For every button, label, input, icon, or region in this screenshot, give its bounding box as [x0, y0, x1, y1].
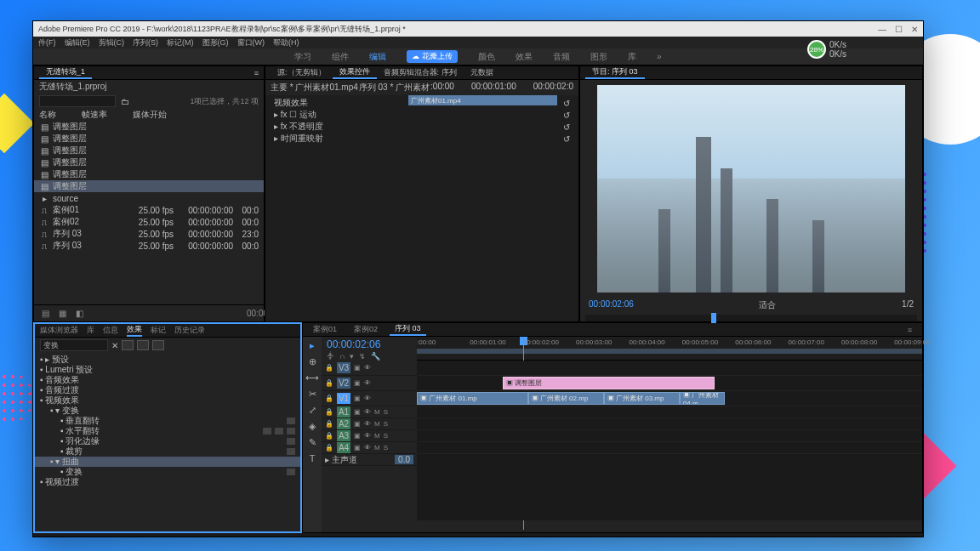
lock-icon[interactable]: 🔒 [325, 420, 333, 428]
link-icon[interactable]: ∩ [339, 352, 345, 361]
toggle-icon[interactable]: ▣ [354, 395, 361, 402]
effect-clip-bar[interactable]: 广州素材01.mp4 [408, 95, 557, 105]
tool-button[interactable]: ⟷ [305, 372, 319, 383]
tool-button[interactable]: ◈ [309, 421, 316, 432]
clear-search-icon[interactable]: ✕ [111, 341, 118, 350]
bin-icon[interactable]: 🗀 [121, 97, 129, 106]
track-lane[interactable] [417, 406, 922, 418]
lower-tab[interactable]: 效果 [127, 324, 142, 337]
lock-icon[interactable]: 🔒 [325, 444, 333, 452]
workspace-tab[interactable]: 颜色 [478, 51, 495, 63]
project-item[interactable]: ▤调整图层 [34, 145, 264, 156]
timeline-clip[interactable]: ▣ 广州素材 03.mp [604, 392, 680, 405]
menu-item[interactable]: 图形(G) [202, 37, 229, 48]
maximize-button[interactable]: ☐ [895, 25, 903, 34]
preset-box-icon[interactable] [122, 340, 134, 350]
tool-button[interactable]: T [310, 453, 316, 463]
eye-icon[interactable]: 👁 [364, 444, 371, 452]
column-header[interactable]: 媒体开始 [133, 109, 167, 121]
effect-row[interactable]: ▸ 时间重映射↺ [274, 133, 570, 145]
reset-icon[interactable]: ↺ [563, 134, 570, 144]
menu-item[interactable]: 序列(S) [133, 37, 158, 48]
icon-view-icon[interactable]: ▦ [56, 309, 68, 318]
tool-button[interactable]: ⤢ [309, 405, 316, 416]
project-tab[interactable]: 无缝转场_1 [39, 66, 92, 79]
reset-icon[interactable]: ↺ [563, 99, 570, 108]
column-header[interactable]: 名称 [39, 109, 56, 121]
minimize-button[interactable]: — [878, 25, 886, 34]
lower-tab[interactable]: 历史记录 [174, 325, 205, 336]
preset-box-icon[interactable] [137, 340, 149, 350]
master-track[interactable]: ▸ 主声道0.0 [322, 454, 417, 466]
menu-item[interactable]: 件(F) [38, 37, 56, 48]
settings-icon[interactable]: ↯ [359, 352, 366, 361]
column-header[interactable]: 帧速率 [82, 109, 107, 121]
lower-tab[interactable]: 媒体浏览器 [40, 325, 78, 336]
eye-icon[interactable]: 👁 [364, 395, 371, 402]
project-item[interactable]: ⎍序列 0325.00 fps00:00:00:0000:0 [34, 240, 264, 252]
timeline-clip[interactable]: ▣ 广州素材 04.m [680, 392, 725, 405]
track-lane[interactable] [417, 361, 922, 376]
menu-item[interactable]: 剪辑(C) [99, 37, 125, 48]
track-header[interactable]: 🔒A3▣👁MS [322, 430, 417, 442]
track-header[interactable]: 🔒V1▣👁 [322, 391, 417, 406]
project-item[interactable]: ▤调整图层 [34, 121, 264, 133]
track-lane[interactable] [417, 430, 922, 442]
workspace-tab[interactable]: 组件 [332, 51, 349, 63]
panel-menu-icon[interactable]: ≡ [254, 69, 259, 77]
marker-icon[interactable]: ▾ [350, 352, 354, 361]
toggle-icon[interactable]: ▣ [354, 364, 361, 372]
menu-item[interactable]: 窗口(W) [237, 37, 265, 48]
preset-box-icon[interactable] [152, 340, 164, 350]
track-lane[interactable] [417, 418, 922, 430]
source-tab[interactable]: 元数据 [464, 67, 500, 78]
track-header[interactable]: 🔒V2▣👁 [322, 376, 417, 391]
lock-icon[interactable]: 🔒 [325, 408, 333, 416]
program-tab[interactable]: 节目: 序列 03 [585, 66, 645, 79]
source-tab[interactable]: 音频剪辑混合器: 序列 [377, 67, 464, 78]
sequence-tab[interactable]: 案例01 [308, 324, 342, 335]
lower-tab[interactable]: 标记 [151, 325, 166, 336]
tool-button[interactable]: ✎ [309, 437, 316, 448]
snap-icon[interactable]: ⸎ [327, 352, 334, 361]
eye-icon[interactable]: 👁 [364, 420, 371, 428]
tool-button[interactable]: ⊕ [309, 356, 316, 367]
toggle-icon[interactable]: ▣ [354, 379, 361, 387]
panel-menu-icon[interactable]: ≡ [903, 326, 917, 334]
eye-icon[interactable]: 👁 [364, 379, 371, 387]
sequence-tab[interactable]: 案例02 [349, 324, 383, 335]
lower-tab[interactable]: 库 [87, 325, 94, 336]
program-fit[interactable]: 适合 [759, 299, 776, 311]
timeline-clip[interactable]: ▣ 调整图层 [503, 377, 715, 389]
lock-icon[interactable]: 🔒 [325, 395, 333, 402]
toggle-icon[interactable]: ▣ [354, 408, 361, 416]
track-lane[interactable]: ▣ 广州素材 01.mp▣ 广州素材 02.mp▣ 广州素材 03.mp▣ 广州… [417, 391, 922, 406]
lock-icon[interactable]: 🔒 [325, 432, 333, 440]
sequence-tab[interactable]: 序列 03 [390, 323, 426, 336]
track-header[interactable]: 🔒A1▣👁MS [322, 406, 417, 418]
project-item[interactable]: ⎍案例0225.00 fps00:00:00:0000:0 [34, 216, 264, 228]
cloud-upload[interactable]: ☁ 花瓣上传 [407, 50, 458, 63]
wrench-icon[interactable]: 🔧 [371, 352, 380, 361]
program-scrubber[interactable] [585, 315, 917, 321]
effect-tree-item[interactable]: ▪ 视频过渡 [35, 477, 300, 487]
workspace-tab[interactable]: 学习 [294, 51, 311, 63]
project-search-input[interactable] [39, 95, 116, 107]
tool-button[interactable]: ▸ [310, 340, 315, 351]
project-item[interactable]: ▤调整图层 [34, 168, 264, 180]
source-tab[interactable]: 效果控件 [333, 66, 377, 79]
program-timecode[interactable]: 00:00:02:06 [589, 299, 634, 311]
timeline-clip[interactable]: ▣ 广州素材 02.mp [528, 392, 604, 405]
toggle-icon[interactable]: ▣ [354, 432, 361, 440]
lower-tab[interactable]: 信息 [103, 325, 118, 336]
menu-item[interactable]: 标记(M) [167, 37, 194, 48]
project-item[interactable]: ▤调整图层 [34, 180, 264, 192]
track-lane[interactable]: ▣ 调整图层 [417, 376, 922, 391]
close-button[interactable]: ✕ [911, 25, 918, 34]
toggle-icon[interactable]: ▣ [354, 420, 361, 428]
eye-icon[interactable]: 👁 [364, 408, 371, 416]
effects-search-input[interactable] [40, 339, 108, 351]
project-item[interactable]: ⎍序列 0325.00 fps00:00:00:0023:0 [34, 228, 264, 240]
workspace-tab[interactable]: 图形 [590, 51, 607, 63]
project-item[interactable]: ⎍案例0125.00 fps00:00:00:0000:0 [34, 204, 264, 216]
